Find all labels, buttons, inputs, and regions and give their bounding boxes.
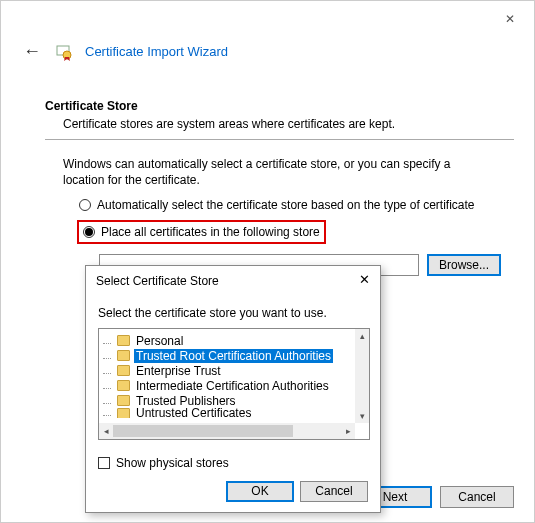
instruction-paragraph: Windows can automatically select a certi… (63, 156, 483, 188)
scroll-down-icon: ▾ (360, 409, 365, 423)
radio-icon (79, 199, 91, 211)
radio-place-label: Place all certificates in the following … (101, 225, 320, 239)
folder-icon (117, 380, 130, 391)
radio-icon-selected (83, 226, 95, 238)
tree-item-intermediate-ca[interactable]: Intermediate Certification Authorities (103, 378, 367, 393)
dialog-footer-buttons: OK Cancel (226, 481, 368, 502)
folder-icon (117, 350, 130, 361)
dialog-close-button[interactable]: ✕ (354, 270, 374, 290)
ok-button[interactable]: OK (226, 481, 294, 502)
tree-item-trusted-publishers[interactable]: Trusted Publishers (103, 393, 367, 408)
radio-auto-select[interactable]: Automatically select the certificate sto… (79, 198, 514, 212)
select-store-dialog: Select Certificate Store ✕ Select the ce… (85, 265, 381, 513)
wizard-title: Certificate Import Wizard (85, 44, 228, 59)
scroll-left-icon: ◂ (99, 426, 113, 436)
cancel-button[interactable]: Cancel (440, 486, 514, 508)
dialog-title: Select Certificate Store (96, 274, 219, 288)
dialog-prompt: Select the certificate store you want to… (98, 306, 327, 320)
wizard-window: ✕ ← Certificate Import Wizard Certificat… (0, 0, 535, 523)
show-physical-stores-checkbox[interactable]: Show physical stores (98, 456, 229, 470)
wizard-header: ← Certificate Import Wizard (21, 41, 228, 62)
browse-button[interactable]: Browse... (427, 254, 501, 276)
certificate-icon (55, 43, 73, 61)
divider (45, 139, 514, 140)
checkbox-icon (98, 457, 110, 469)
section-heading: Certificate Store (45, 99, 514, 113)
tree-item-trusted-root[interactable]: Trusted Root Certification Authorities (103, 348, 367, 363)
folder-icon (117, 365, 130, 376)
tree-item-personal[interactable]: Personal (103, 333, 367, 348)
wizard-content: Certificate Store Certificate stores are… (45, 99, 514, 276)
radio-auto-label: Automatically select the certificate sto… (97, 198, 475, 212)
radio-place-store[interactable]: Place all certificates in the following … (77, 220, 326, 244)
scroll-right-icon: ▸ (341, 426, 355, 436)
store-tree: Personal Trusted Root Certification Auth… (98, 328, 370, 440)
back-arrow-icon[interactable]: ← (21, 41, 43, 62)
tree-item-untrusted[interactable]: Untrusted Certificates (103, 408, 367, 418)
tree-scrollbar-horizontal[interactable]: ◂ ▸ (99, 423, 355, 439)
section-subtext: Certificate stores are system areas wher… (63, 117, 514, 131)
folder-icon (117, 335, 130, 346)
dialog-cancel-button[interactable]: Cancel (300, 481, 368, 502)
window-close-button[interactable]: ✕ (498, 7, 522, 31)
scroll-up-icon: ▴ (360, 329, 365, 343)
tree-item-enterprise-trust[interactable]: Enterprise Trust (103, 363, 367, 378)
folder-icon (117, 408, 130, 418)
show-physical-label: Show physical stores (116, 456, 229, 470)
scroll-thumb[interactable] (113, 425, 293, 437)
folder-icon (117, 395, 130, 406)
tree-scrollbar-vertical[interactable]: ▴ ▾ (355, 329, 369, 423)
wizard-footer-buttons: Next Cancel (358, 486, 514, 508)
